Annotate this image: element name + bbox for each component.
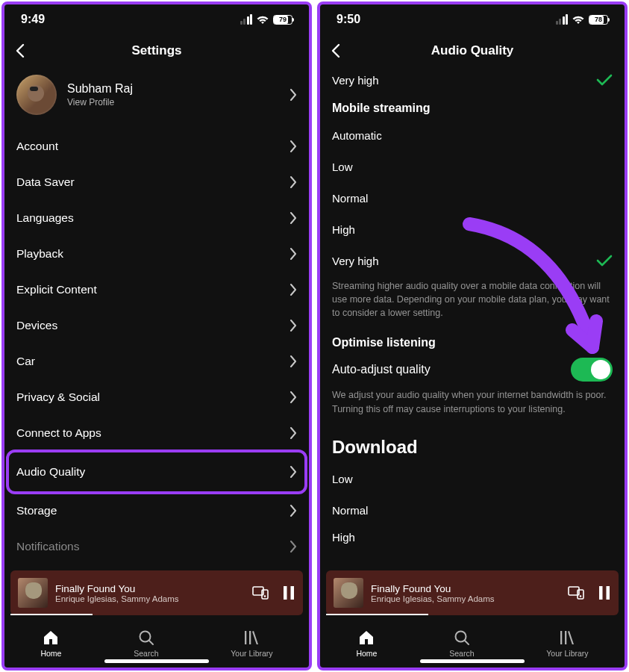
library-icon: [242, 629, 260, 647]
tab-search[interactable]: Search: [134, 629, 158, 658]
avatar: [16, 75, 57, 115]
svg-rect-14: [560, 631, 562, 644]
settings-item-connect-to-apps[interactable]: Connect to Apps: [4, 415, 309, 451]
settings-item-notifications[interactable]: Notifications: [4, 529, 309, 564]
home-indicator: [104, 659, 209, 663]
settings-item-audio-quality[interactable]: Audio Quality: [9, 452, 304, 491]
chevron-right-icon: [290, 248, 297, 260]
svg-rect-6: [245, 631, 246, 644]
svg-rect-3: [284, 586, 287, 600]
profile-row[interactable]: Subham Raj View Profile: [4, 67, 309, 128]
settings-item-languages[interactable]: Languages: [4, 200, 309, 236]
svg-rect-11: [599, 586, 603, 600]
progress-bar: [10, 614, 93, 616]
tab-home[interactable]: Home: [356, 629, 377, 658]
now-playing-bar[interactable]: Finally Found You Enrique Iglesias, Samm…: [10, 570, 303, 615]
settings-item-car[interactable]: Car: [4, 343, 309, 379]
check-icon: [596, 74, 613, 86]
settings-item-privacy-social[interactable]: Privacy & Social: [4, 379, 309, 415]
svg-rect-7: [249, 631, 251, 644]
settings-item-account[interactable]: Account: [4, 128, 309, 164]
tab-home[interactable]: Home: [40, 629, 61, 658]
download-heading: Download: [320, 423, 625, 464]
pause-button[interactable]: [282, 585, 295, 600]
quality-option-high[interactable]: High: [320, 214, 625, 245]
wifi-icon: [256, 15, 269, 25]
svg-rect-12: [607, 586, 610, 600]
status-bar: 9:50 78: [320, 4, 625, 34]
now-playing-bar[interactable]: Finally Found You Enrique Iglesias, Samm…: [326, 570, 619, 615]
settings-item-playback[interactable]: Playback: [4, 236, 309, 272]
quality-option-automatic[interactable]: Automatic: [320, 119, 625, 151]
tab-library[interactable]: Your Library: [546, 629, 588, 658]
connect-device-icon[interactable]: [568, 586, 584, 600]
download-option-high[interactable]: High: [320, 526, 625, 549]
section-optimise-listening: Optimise listening: [320, 327, 625, 354]
audio-quality-content[interactable]: Very high Mobile streaming Automatic Low…: [320, 67, 625, 570]
status-indicators: 79: [240, 14, 293, 25]
back-button[interactable]: [331, 43, 341, 58]
np-title: Finally Found You: [55, 583, 245, 594]
quality-option-very-high-prev[interactable]: Very high: [320, 67, 625, 93]
library-icon: [558, 629, 576, 647]
battery-pct: 79: [274, 15, 292, 24]
check-icon: [596, 255, 613, 267]
chevron-right-icon: [290, 284, 297, 296]
nav-header: Settings: [4, 34, 309, 67]
quality-option-low[interactable]: Low: [320, 151, 625, 182]
home-icon: [42, 629, 60, 647]
progress-bar: [326, 614, 428, 616]
chevron-right-icon: [290, 505, 297, 517]
connect-device-icon[interactable]: [252, 586, 269, 600]
section-mobile-streaming: Mobile streaming: [320, 93, 625, 119]
settings-item-devices[interactable]: Devices: [4, 308, 309, 343]
streaming-hint: Streaming higher audio quality over a mo…: [320, 276, 625, 327]
page-title: Settings: [131, 43, 181, 58]
back-button[interactable]: [15, 43, 25, 58]
album-art: [334, 578, 363, 608]
album-art: [18, 578, 48, 608]
pause-button[interactable]: [598, 585, 611, 600]
battery-pct: 78: [589, 15, 607, 24]
auto-adjust-toggle[interactable]: [571, 358, 613, 382]
home-indicator: [420, 659, 525, 663]
svg-rect-4: [291, 586, 295, 600]
search-icon: [137, 629, 155, 647]
download-option-normal[interactable]: Normal: [320, 495, 625, 526]
cellular-icon: [240, 14, 253, 25]
svg-rect-15: [565, 631, 566, 644]
download-option-low[interactable]: Low: [320, 464, 625, 495]
home-icon: [357, 629, 375, 647]
np-artist: Enrique Iglesias, Sammy Adams: [55, 594, 245, 603]
settings-item-data-saver[interactable]: Data Saver: [4, 164, 309, 200]
chevron-right-icon: [290, 212, 297, 224]
quality-option-very-high[interactable]: Very high: [320, 245, 625, 276]
chevron-right-icon: [290, 355, 297, 367]
tab-search[interactable]: Search: [449, 629, 474, 658]
cellular-icon: [556, 14, 569, 25]
np-artist: Enrique Iglesias, Sammy Adams: [371, 594, 560, 603]
status-bar: 9:49 79: [4, 4, 309, 34]
screenshot-audio-quality: 9:50 78 Audio Quality Very high Mobile s…: [317, 1, 628, 671]
chevron-right-icon: [290, 427, 297, 439]
chevron-right-icon: [290, 176, 297, 188]
status-time: 9:50: [337, 13, 360, 26]
status-indicators: 78: [556, 14, 609, 25]
auto-adjust-hint: We adjust your audio quality when your i…: [320, 385, 625, 423]
tab-library[interactable]: Your Library: [231, 629, 272, 658]
svg-point-2: [264, 595, 266, 597]
page-title: Audio Quality: [431, 43, 514, 58]
chevron-right-icon: [290, 140, 297, 152]
profile-name: Subham Raj: [67, 82, 133, 96]
settings-list[interactable]: Subham Raj View Profile Account Data Sav…: [4, 67, 309, 570]
toggle-label: Auto-adjust quality: [332, 363, 431, 376]
np-title: Finally Found You: [371, 583, 560, 594]
chevron-right-icon: [290, 541, 297, 553]
chevron-right-icon: [290, 391, 297, 403]
chevron-right-icon: [290, 89, 297, 101]
nav-header: Audio Quality: [320, 34, 625, 67]
settings-item-explicit-content[interactable]: Explicit Content: [4, 272, 309, 308]
settings-item-storage[interactable]: Storage: [4, 493, 309, 529]
quality-option-normal[interactable]: Normal: [320, 182, 625, 214]
svg-point-10: [580, 595, 582, 597]
